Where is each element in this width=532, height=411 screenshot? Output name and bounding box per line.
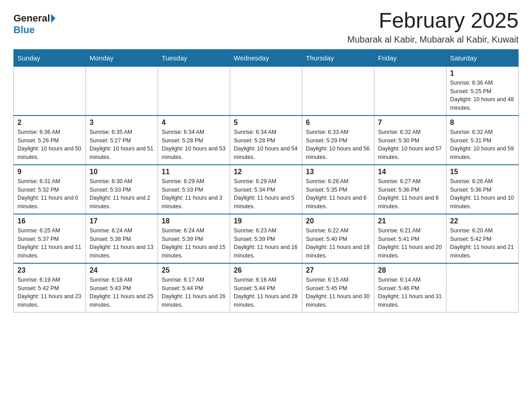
- day-number: 20: [306, 217, 370, 225]
- calendar-cell: 13Sunrise: 6:28 AMSunset: 5:35 PMDayligh…: [302, 165, 374, 214]
- day-number: 27: [306, 266, 370, 274]
- day-number: 14: [378, 168, 442, 176]
- title-area: February 2025 Mubarak al Kabir, Mubarak …: [348, 9, 519, 45]
- calendar-week-row: 2Sunrise: 6:36 AMSunset: 5:26 PMDaylight…: [14, 116, 519, 165]
- cell-info: Sunrise: 6:25 AMSunset: 5:37 PMDaylight:…: [17, 227, 82, 260]
- calendar-cell: 21Sunrise: 6:21 AMSunset: 5:41 PMDayligh…: [374, 214, 446, 263]
- calendar-cell: 14Sunrise: 6:27 AMSunset: 5:36 PMDayligh…: [374, 165, 446, 214]
- day-number: 1: [450, 69, 515, 77]
- page-header: General Blue February 2025 Mubarak al Ka…: [13, 9, 519, 45]
- day-number: 12: [234, 168, 298, 176]
- day-number: 13: [306, 168, 370, 176]
- day-number: 8: [450, 119, 515, 127]
- calendar-cell: 9Sunrise: 6:31 AMSunset: 5:32 PMDaylight…: [14, 165, 86, 214]
- day-number: 15: [450, 168, 515, 176]
- cell-info: Sunrise: 6:15 AMSunset: 5:45 PMDaylight:…: [306, 276, 370, 309]
- logo: General Blue: [13, 9, 56, 36]
- day-number: 19: [234, 217, 298, 225]
- day-number: 9: [17, 168, 82, 176]
- calendar-cell: [230, 66, 302, 116]
- day-number: 24: [90, 266, 154, 274]
- day-number: 18: [162, 217, 226, 225]
- cell-info: Sunrise: 6:34 AMSunset: 5:28 PMDaylight:…: [234, 128, 298, 162]
- calendar-cell: 10Sunrise: 6:30 AMSunset: 5:33 PMDayligh…: [86, 165, 158, 214]
- cell-info: Sunrise: 6:26 AMSunset: 5:36 PMDaylight:…: [450, 177, 515, 211]
- calendar-week-row: 16Sunrise: 6:25 AMSunset: 5:37 PMDayligh…: [14, 214, 519, 263]
- day-number: 5: [234, 119, 298, 127]
- cell-info: Sunrise: 6:33 AMSunset: 5:29 PMDaylight:…: [306, 128, 370, 162]
- cell-info: Sunrise: 6:16 AMSunset: 5:44 PMDaylight:…: [234, 276, 298, 309]
- calendar-cell: 7Sunrise: 6:32 AMSunset: 5:30 PMDaylight…: [374, 116, 446, 165]
- calendar-cell: [158, 66, 230, 116]
- day-number: 11: [162, 168, 226, 176]
- day-number: 22: [450, 217, 515, 225]
- calendar-cell: 6Sunrise: 6:33 AMSunset: 5:29 PMDaylight…: [302, 116, 374, 165]
- logo-arrow-icon: [51, 14, 56, 23]
- logo-general-text: General: [13, 13, 50, 24]
- cell-info: Sunrise: 6:14 AMSunset: 5:46 PMDaylight:…: [378, 276, 442, 309]
- cell-info: Sunrise: 6:21 AMSunset: 5:41 PMDaylight:…: [378, 227, 442, 260]
- header-monday: Monday: [86, 49, 158, 66]
- header-saturday: Saturday: [446, 49, 519, 66]
- calendar-cell: 20Sunrise: 6:22 AMSunset: 5:40 PMDayligh…: [302, 214, 374, 263]
- cell-info: Sunrise: 6:22 AMSunset: 5:40 PMDaylight:…: [306, 227, 370, 260]
- calendar-table: SundayMondayTuesdayWednesdayThursdayFrid…: [13, 49, 519, 313]
- day-number: 21: [378, 217, 442, 225]
- location-title: Mubarak al Kabir, Mubarak al Kabir, Kuwa…: [348, 34, 519, 45]
- day-number: 23: [17, 266, 82, 274]
- calendar-week-row: 1Sunrise: 6:36 AMSunset: 5:25 PMDaylight…: [14, 66, 519, 116]
- header-wednesday: Wednesday: [230, 49, 302, 66]
- cell-info: Sunrise: 6:24 AMSunset: 5:39 PMDaylight:…: [162, 227, 226, 260]
- calendar-cell: [374, 66, 446, 116]
- day-number: 6: [306, 119, 370, 127]
- calendar-cell: 2Sunrise: 6:36 AMSunset: 5:26 PMDaylight…: [14, 116, 86, 165]
- calendar-cell: 11Sunrise: 6:29 AMSunset: 5:33 PMDayligh…: [158, 165, 230, 214]
- cell-info: Sunrise: 6:31 AMSunset: 5:32 PMDaylight:…: [17, 177, 82, 211]
- calendar-cell: 27Sunrise: 6:15 AMSunset: 5:45 PMDayligh…: [302, 263, 374, 313]
- cell-info: Sunrise: 6:34 AMSunset: 5:28 PMDaylight:…: [162, 128, 226, 162]
- calendar-cell: [446, 263, 519, 313]
- day-number: 28: [378, 266, 442, 274]
- calendar-cell: 23Sunrise: 6:19 AMSunset: 5:42 PMDayligh…: [14, 263, 86, 313]
- cell-info: Sunrise: 6:24 AMSunset: 5:38 PMDaylight:…: [90, 227, 154, 260]
- calendar-cell: 12Sunrise: 6:29 AMSunset: 5:34 PMDayligh…: [230, 165, 302, 214]
- day-number: 3: [90, 119, 154, 127]
- calendar-cell: 22Sunrise: 6:20 AMSunset: 5:42 PMDayligh…: [446, 214, 519, 263]
- calendar-cell: 16Sunrise: 6:25 AMSunset: 5:37 PMDayligh…: [14, 214, 86, 263]
- calendar-cell: 8Sunrise: 6:32 AMSunset: 5:31 PMDaylight…: [446, 116, 519, 165]
- cell-info: Sunrise: 6:30 AMSunset: 5:33 PMDaylight:…: [90, 177, 154, 211]
- calendar-cell: 25Sunrise: 6:17 AMSunset: 5:44 PMDayligh…: [158, 263, 230, 313]
- cell-info: Sunrise: 6:32 AMSunset: 5:31 PMDaylight:…: [450, 128, 515, 162]
- cell-info: Sunrise: 6:20 AMSunset: 5:42 PMDaylight:…: [450, 227, 515, 260]
- day-number: 25: [162, 266, 226, 274]
- calendar-cell: 3Sunrise: 6:35 AMSunset: 5:27 PMDaylight…: [86, 116, 158, 165]
- cell-info: Sunrise: 6:27 AMSunset: 5:36 PMDaylight:…: [378, 177, 442, 211]
- cell-info: Sunrise: 6:28 AMSunset: 5:35 PMDaylight:…: [306, 177, 370, 211]
- cell-info: Sunrise: 6:17 AMSunset: 5:44 PMDaylight:…: [162, 276, 226, 309]
- calendar-cell: 5Sunrise: 6:34 AMSunset: 5:28 PMDaylight…: [230, 116, 302, 165]
- header-thursday: Thursday: [302, 49, 374, 66]
- header-friday: Friday: [374, 49, 446, 66]
- calendar-week-row: 9Sunrise: 6:31 AMSunset: 5:32 PMDaylight…: [14, 165, 519, 214]
- cell-info: Sunrise: 6:19 AMSunset: 5:42 PMDaylight:…: [17, 276, 82, 309]
- calendar-cell: [86, 66, 158, 116]
- cell-info: Sunrise: 6:36 AMSunset: 5:26 PMDaylight:…: [17, 128, 82, 162]
- day-number: 4: [162, 119, 226, 127]
- day-number: 26: [234, 266, 298, 274]
- cell-info: Sunrise: 6:23 AMSunset: 5:39 PMDaylight:…: [234, 227, 298, 260]
- cell-info: Sunrise: 6:36 AMSunset: 5:25 PMDaylight:…: [450, 79, 515, 112]
- calendar-cell: 26Sunrise: 6:16 AMSunset: 5:44 PMDayligh…: [230, 263, 302, 313]
- calendar-header-row: SundayMondayTuesdayWednesdayThursdayFrid…: [14, 49, 519, 66]
- month-title: February 2025: [348, 9, 519, 33]
- cell-info: Sunrise: 6:32 AMSunset: 5:30 PMDaylight:…: [378, 128, 442, 162]
- calendar-cell: 17Sunrise: 6:24 AMSunset: 5:38 PMDayligh…: [86, 214, 158, 263]
- cell-info: Sunrise: 6:29 AMSunset: 5:33 PMDaylight:…: [162, 177, 226, 211]
- day-number: 16: [17, 217, 82, 225]
- calendar-week-row: 23Sunrise: 6:19 AMSunset: 5:42 PMDayligh…: [14, 263, 519, 313]
- day-number: 10: [90, 168, 154, 176]
- calendar-cell: 1Sunrise: 6:36 AMSunset: 5:25 PMDaylight…: [446, 66, 519, 116]
- calendar-cell: 18Sunrise: 6:24 AMSunset: 5:39 PMDayligh…: [158, 214, 230, 263]
- calendar-cell: 28Sunrise: 6:14 AMSunset: 5:46 PMDayligh…: [374, 263, 446, 313]
- logo-blue-text: Blue: [13, 24, 35, 36]
- day-number: 2: [17, 119, 82, 127]
